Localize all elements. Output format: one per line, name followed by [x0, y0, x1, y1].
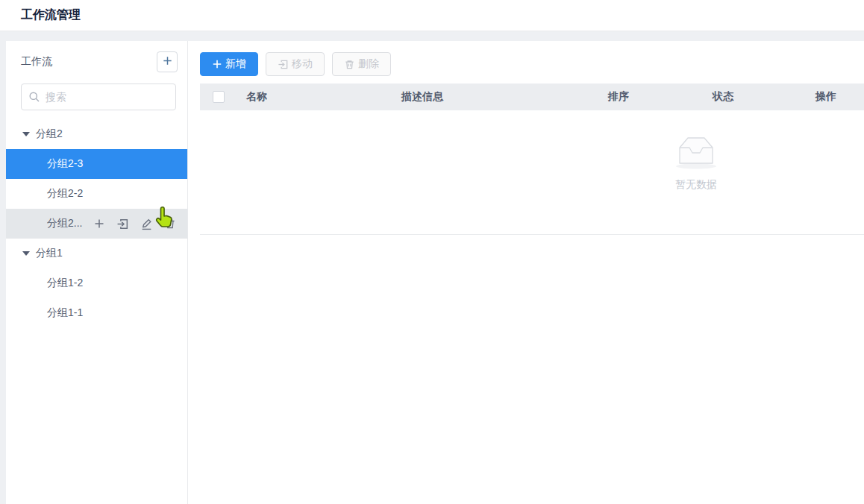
table-body: 暂无数据 [200, 110, 864, 235]
empty-box-icon [672, 160, 720, 172]
add-button[interactable]: 新增 [200, 52, 258, 76]
plus-icon [162, 55, 173, 69]
column-header-sort: 排序 [596, 90, 701, 104]
move-button-label: 移动 [292, 57, 313, 71]
table-header: 名称 描述信息 排序 状态 操作 [200, 84, 864, 110]
toolbar: 新增 移动 删除 [188, 41, 864, 76]
move-into-icon[interactable] [116, 218, 129, 230]
empty-state: 暂无数据 [660, 133, 732, 192]
trash-icon [344, 59, 355, 70]
tree-item[interactable]: 分组1-2 [6, 268, 187, 298]
tree-item-selected[interactable]: 分组2-3 [6, 149, 187, 179]
tree-group-2[interactable]: 分组2 [6, 119, 187, 149]
move-button[interactable]: 移动 [266, 52, 325, 76]
tree-item-actions [93, 218, 176, 230]
tree-item-label: 分组1-1 [47, 306, 83, 320]
tree-item-hovered[interactable]: 分组2... [6, 209, 187, 239]
tree-item[interactable]: 分组2-2 [6, 179, 187, 209]
delete-button[interactable]: 删除 [332, 52, 391, 76]
delete-button-label: 删除 [358, 57, 379, 71]
plus-icon [212, 59, 222, 69]
tree-group-label: 分组1 [36, 247, 63, 260]
add-group-button[interactable] [157, 51, 178, 72]
tree-item-label: 分组2... [47, 217, 82, 230]
tree-group-label: 分组2 [36, 127, 63, 141]
tree-item[interactable]: 分组1-1 [6, 298, 187, 328]
app-header: 工作流管理 [0, 0, 864, 31]
add-child-icon[interactable] [93, 218, 105, 230]
column-header-operation: 操作 [804, 90, 864, 104]
edit-pencil-icon[interactable] [140, 218, 153, 230]
sidebar-header: 工作流 [6, 45, 187, 78]
column-header-description: 描述信息 [389, 90, 596, 104]
select-all-checkbox[interactable] [213, 91, 225, 103]
tree-item-label: 分组2-3 [47, 157, 83, 171]
tree-group-1[interactable]: 分组1 [6, 239, 187, 268]
delete-trash-icon[interactable] [164, 218, 176, 230]
sidebar: 工作流 分组2 分组2-3 [6, 41, 188, 504]
caret-down-icon [22, 132, 30, 136]
sidebar-title: 工作流 [21, 55, 52, 69]
column-header-name: 名称 [234, 90, 389, 104]
tree-item-label: 分组1-2 [47, 277, 83, 290]
tree-item-label: 分组2-2 [47, 187, 83, 201]
empty-text: 暂无数据 [660, 178, 732, 192]
search-icon [28, 91, 40, 105]
add-button-label: 新增 [225, 57, 246, 71]
column-header-status: 状态 [701, 90, 804, 104]
main-panel: 新增 移动 删除 [188, 41, 864, 504]
move-into-icon [278, 59, 289, 70]
caret-down-icon [22, 251, 30, 256]
search-input[interactable] [21, 84, 176, 110]
page-title: 工作流管理 [21, 7, 81, 23]
group-tree: 分组2 分组2-3 分组2-2 分组2... [6, 119, 187, 328]
workflow-table: 名称 描述信息 排序 状态 操作 暂无数据 [200, 84, 864, 235]
table-header-checkbox-cell [200, 91, 234, 103]
search-box [21, 84, 176, 110]
